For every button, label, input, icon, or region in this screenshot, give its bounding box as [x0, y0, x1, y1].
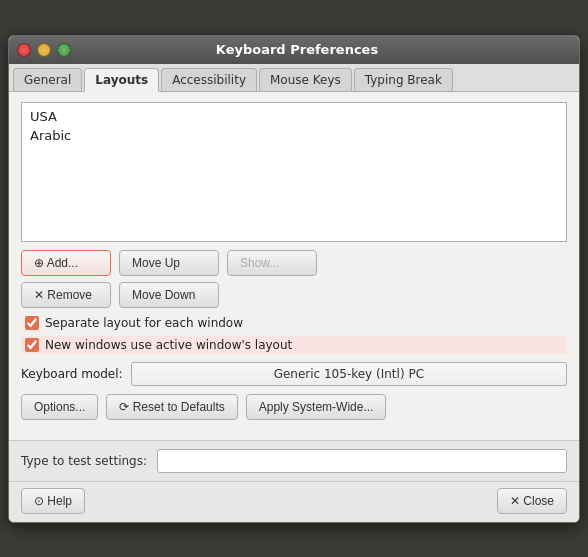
- test-settings-input[interactable]: [157, 449, 567, 473]
- maximize-window-button[interactable]: [57, 43, 71, 57]
- separate-layout-label: Separate layout for each window: [45, 316, 243, 330]
- close-window-button[interactable]: [17, 43, 31, 57]
- move-up-button[interactable]: Move Up: [119, 250, 219, 276]
- tab-typing-break[interactable]: Typing Break: [354, 68, 453, 91]
- new-windows-row: New windows use active window's layout: [21, 336, 567, 354]
- layout-list[interactable]: USA Arabic: [21, 102, 567, 242]
- list-item-usa[interactable]: USA: [26, 107, 562, 126]
- layout-buttons-row1: ⊕ Add... Move Up Show...: [21, 250, 567, 276]
- reset-button[interactable]: ⟳ Reset to Defaults: [106, 394, 237, 420]
- tab-accessibility[interactable]: Accessibility: [161, 68, 257, 91]
- close-button[interactable]: ✕ Close: [497, 488, 567, 514]
- tab-layouts[interactable]: Layouts: [84, 68, 159, 92]
- titlebar: Keyboard Preferences: [9, 36, 579, 64]
- apply-system-wide-button[interactable]: Apply System-Wide...: [246, 394, 387, 420]
- separate-layout-row: Separate layout for each window: [21, 314, 567, 332]
- keyboard-model-row: Keyboard model: Generic 105-key (Intl) P…: [21, 362, 567, 386]
- layout-buttons-row2: ✕ Remove Move Down: [21, 282, 567, 308]
- show-button[interactable]: Show...: [227, 250, 317, 276]
- minimize-window-button[interactable]: [37, 43, 51, 57]
- tab-bar: General Layouts Accessibility Mouse Keys…: [9, 64, 579, 92]
- action-buttons-row: Options... ⟳ Reset to Defaults Apply Sys…: [21, 394, 567, 420]
- test-settings-label: Type to test settings:: [21, 454, 147, 468]
- new-windows-checkbox[interactable]: [25, 338, 39, 352]
- footer: ⊙ Help ✕ Close: [9, 481, 579, 522]
- list-item-arabic[interactable]: Arabic: [26, 126, 562, 145]
- options-button[interactable]: Options...: [21, 394, 98, 420]
- keyboard-preferences-window: Keyboard Preferences General Layouts Acc…: [8, 35, 580, 523]
- add-button[interactable]: ⊕ Add...: [21, 250, 111, 276]
- tab-content: USA Arabic ⊕ Add... Move Up Show... ✕ Re…: [9, 92, 579, 440]
- keyboard-model-label: Keyboard model:: [21, 367, 123, 381]
- keyboard-model-value: Generic 105-key (Intl) PC: [131, 362, 567, 386]
- tab-mouse-keys[interactable]: Mouse Keys: [259, 68, 352, 91]
- move-down-button[interactable]: Move Down: [119, 282, 219, 308]
- window-title: Keyboard Preferences: [77, 42, 517, 57]
- separate-layout-checkbox[interactable]: [25, 316, 39, 330]
- new-windows-label: New windows use active window's layout: [45, 338, 292, 352]
- remove-button[interactable]: ✕ Remove: [21, 282, 111, 308]
- help-button[interactable]: ⊙ Help: [21, 488, 85, 514]
- tab-general[interactable]: General: [13, 68, 82, 91]
- test-settings-row: Type to test settings:: [9, 440, 579, 481]
